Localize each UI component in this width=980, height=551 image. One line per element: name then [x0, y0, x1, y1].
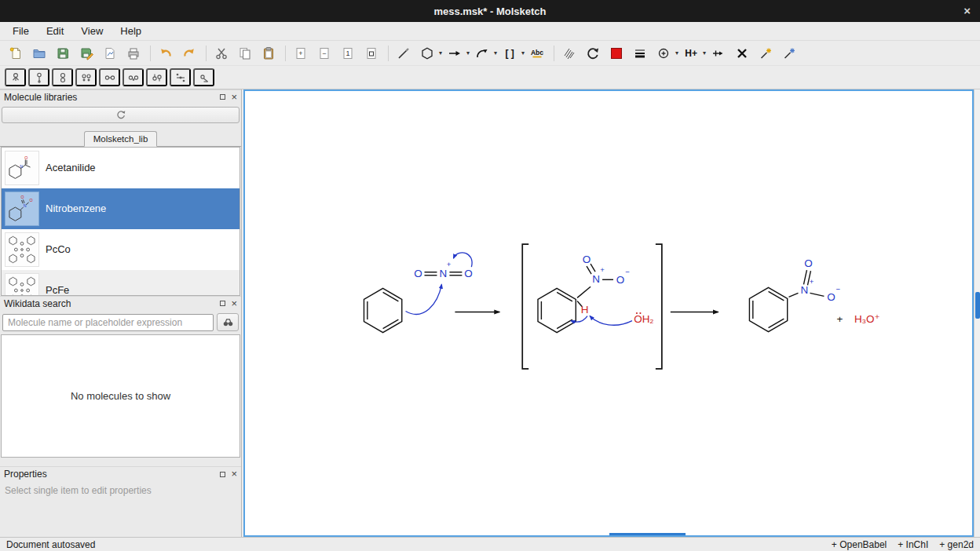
line-width-button-button[interactable] — [629, 43, 651, 64]
mechanism-arrow-water-to-hydrogen[interactable] — [590, 316, 632, 326]
redo-button[interactable] — [178, 43, 200, 64]
product-oxygen-right[interactable]: O — [827, 291, 835, 303]
properties-undock-button[interactable] — [220, 472, 225, 477]
wikidata-undock-button[interactable] — [220, 301, 225, 306]
modify-tool-9-button[interactable] — [193, 68, 214, 86]
ring-tool-dropdown-arrow-icon[interactable]: ▾ — [439, 49, 442, 57]
nitronium-oxygen-left[interactable]: O — [414, 268, 422, 279]
modify-tool-4-button[interactable] — [75, 68, 97, 86]
libraries-close-button[interactable]: × — [231, 93, 237, 102]
water-label[interactable]: OH₂ — [634, 313, 653, 325]
optimize-structure-tool-button[interactable] — [778, 43, 800, 64]
modify-tool-6-button[interactable] — [122, 68, 144, 86]
clean-structure-tool-button[interactable] — [755, 43, 777, 64]
library-item-pcfe[interactable]: PcFe — [2, 270, 240, 296]
modify-tool-3-button[interactable] — [52, 68, 73, 86]
vertical-scrollbar-thumb[interactable] — [975, 292, 980, 319]
save-document-button[interactable] — [52, 43, 74, 64]
menu-help[interactable]: Help — [114, 24, 148, 38]
product-benzene-ring[interactable] — [749, 287, 787, 331]
cut-button[interactable] — [210, 43, 232, 64]
properties-close-button[interactable]: × — [231, 469, 237, 479]
hydrogen-tool-dropdown-arrow-icon[interactable]: ▾ — [703, 49, 706, 57]
charge-tool-button[interactable] — [653, 43, 675, 64]
intermediate-plus-charge[interactable]: + — [600, 265, 605, 274]
libraries-undock-button[interactable] — [220, 94, 225, 100]
drawing-canvas[interactable]: O N + O — [243, 89, 974, 537]
bracket-tool-button[interactable]: [ ] — [499, 43, 521, 64]
bracket-tool-dropdown-arrow-icon[interactable]: ▾ — [521, 49, 525, 57]
library-item-acetanilide[interactable]: ONAcetanilide — [2, 148, 240, 188]
draw-tool-button[interactable] — [393, 43, 415, 64]
reaction-scene[interactable]: O N + O — [245, 91, 972, 535]
refresh-library-button[interactable] — [2, 107, 240, 123]
modify-tool-2-button[interactable] — [28, 68, 49, 86]
refresh-icon — [115, 109, 126, 120]
product-oxygen-top[interactable]: O — [804, 257, 812, 269]
intermediate-oxygen-right[interactable]: O — [616, 274, 624, 286]
reaction-arrow-tool-dropdown-arrow-icon[interactable]: ▾ — [466, 49, 470, 57]
print-document-button[interactable] — [122, 43, 144, 64]
product-plus-charge[interactable]: + — [810, 277, 814, 286]
menu-edit[interactable]: Edit — [40, 24, 70, 38]
modify-tool-8-button[interactable] — [170, 68, 191, 86]
export-image-button[interactable] — [99, 43, 121, 64]
paste-button[interactable] — [258, 43, 280, 64]
hydronium-label[interactable]: H₃O⁺ — [854, 313, 880, 325]
nitronium-nitrogen[interactable]: N — [440, 268, 448, 279]
wikidata-close-button[interactable]: × — [231, 299, 237, 308]
bracket-right[interactable] — [656, 244, 662, 369]
menu-view[interactable]: View — [75, 24, 109, 38]
lasso-tool-button[interactable] — [558, 43, 580, 64]
zoom-out-button[interactable]: − — [313, 43, 335, 64]
horizontal-scrollbar-thumb[interactable] — [609, 533, 686, 535]
intermediate-oxygen-top[interactable]: O — [583, 254, 591, 265]
intermediate-nitrogen[interactable]: N — [592, 273, 600, 285]
delete-tool-button[interactable] — [731, 43, 753, 64]
color-button-button[interactable] — [605, 43, 627, 64]
rotate-tool-button[interactable] — [582, 43, 604, 64]
modify-tool-1-button[interactable] — [5, 68, 26, 86]
zoom-fit-button[interactable] — [360, 43, 382, 64]
mechanism-arrow-benzene-to-nitronium[interactable] — [406, 284, 442, 314]
window-close-button[interactable]: × — [964, 3, 971, 19]
library-item-pcco[interactable]: PcCo — [2, 229, 240, 270]
nitronium-plus-charge[interactable]: + — [447, 260, 452, 268]
product-minus-charge[interactable]: − — [836, 285, 841, 294]
reaction-arrow-tool-button[interactable] — [444, 43, 466, 64]
mechanism-arrow-tool-button[interactable] — [471, 43, 493, 64]
ring-tool-button[interactable] — [416, 43, 438, 64]
vertical-scrollbar[interactable] — [974, 89, 980, 537]
wikidata-search-input[interactable] — [2, 314, 214, 331]
tab-molsketch-lib[interactable]: Molsketch_lib — [84, 131, 158, 147]
modify-tool-7-button[interactable] — [146, 68, 167, 86]
plus-sign[interactable]: + — [836, 313, 843, 325]
intermediate-hydrogen[interactable]: H — [581, 304, 589, 316]
modify-tool-5-button[interactable] — [99, 68, 120, 86]
library-item-nitrobenzene[interactable]: NOONitrobenzene — [2, 188, 240, 229]
product-nitrogen[interactable]: N — [801, 284, 809, 296]
charge-tool-dropdown-arrow-icon[interactable]: ▾ — [675, 49, 678, 57]
text-tool-button[interactable]: Abc — [526, 43, 548, 64]
menu-file[interactable]: File — [6, 24, 35, 38]
copy-button[interactable] — [234, 43, 256, 64]
reactant-benzene-ring[interactable] — [364, 288, 401, 332]
zoom-in-button[interactable]: + — [290, 43, 312, 64]
intermediate-minus-charge[interactable]: − — [625, 268, 630, 276]
wikidata-search-button[interactable] — [217, 313, 239, 331]
hydrogen-tool-button[interactable]: H+ — [680, 43, 702, 64]
intermediate-benzene-ring[interactable] — [538, 288, 576, 332]
new-document-button[interactable] — [5, 43, 27, 64]
mechanism-arrow-nitronium-internal[interactable] — [453, 253, 472, 267]
connect-tool-button[interactable] — [708, 43, 730, 64]
undo-button[interactable] — [155, 43, 177, 64]
mechanism-arrow-ch-to-ring[interactable] — [571, 316, 587, 323]
zoom-original-button[interactable]: 1 — [337, 43, 359, 64]
save-as-icon — [79, 46, 93, 60]
open-document-button[interactable] — [28, 43, 50, 64]
nitronium-oxygen-right[interactable]: O — [464, 268, 472, 279]
bracket-left[interactable] — [522, 244, 528, 369]
mechanism-arrow-tool-dropdown-arrow-icon[interactable]: ▾ — [494, 49, 497, 57]
save-as-button[interactable] — [75, 43, 97, 64]
dock-splitter[interactable] — [0, 458, 241, 466]
